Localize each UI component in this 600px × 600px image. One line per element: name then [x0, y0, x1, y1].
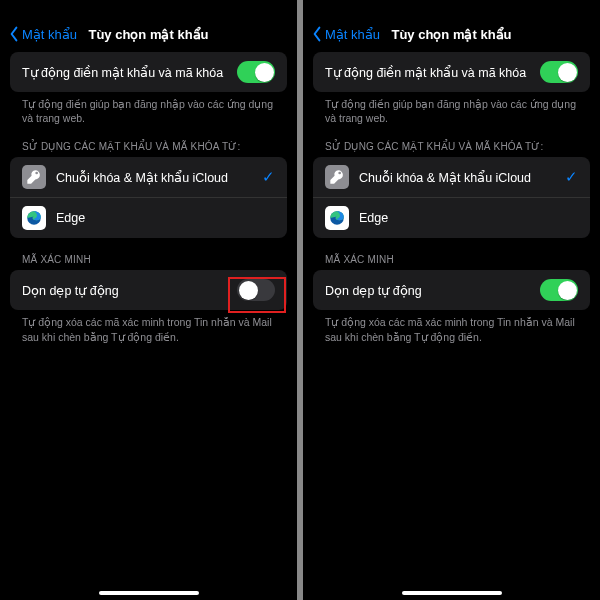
autofill-footer: Tự động điền giúp bạn đăng nhập vào các … [10, 92, 287, 125]
autofill-toggle-row[interactable]: Tự động điền mật khẩu và mã khóa [10, 52, 287, 92]
chevron-left-icon [311, 26, 323, 42]
back-button[interactable]: Mật khẩu [8, 26, 77, 42]
cleanup-label: Dọn dẹp tự động [325, 283, 422, 298]
source-edge-row[interactable]: Edge [10, 197, 287, 238]
content-area: Tự động điền mật khẩu và mã khóa Tự động… [0, 52, 297, 344]
cleanup-toggle[interactable] [540, 279, 578, 301]
sources-header: SỬ DỤNG CÁC MẬT KHẨU VÀ MÃ KHÓA TỪ: [10, 125, 287, 157]
cleanup-toggle-row[interactable]: Dọn dẹp tự động [313, 270, 590, 310]
autofill-toggle[interactable] [540, 61, 578, 83]
back-label: Mật khẩu [325, 27, 380, 42]
keychain-icon [325, 165, 349, 189]
autofill-label: Tự động điền mật khẩu và mã khóa [22, 65, 223, 80]
verification-header: MÃ XÁC MINH [10, 238, 287, 270]
nav-bar: Mật khẩu Tùy chọn mật khẩu [0, 20, 297, 52]
source-icloud-row[interactable]: Chuỗi khóa & Mật khẩu iCloud ✓ [313, 157, 590, 197]
cleanup-footer: Tự động xóa các mã xác minh trong Tin nh… [10, 310, 287, 343]
back-label: Mật khẩu [22, 27, 77, 42]
cleanup-toggle-row[interactable]: Dọn dẹp tự động [10, 270, 287, 310]
source-edge-row[interactable]: Edge [313, 197, 590, 238]
autofill-toggle[interactable] [237, 61, 275, 83]
phone-right: Mật khẩu Tùy chọn mật khẩu Tự động điền … [303, 0, 600, 600]
nav-bar: Mật khẩu Tùy chọn mật khẩu [303, 20, 600, 52]
sources-group: Chuỗi khóa & Mật khẩu iCloud ✓ Edge [313, 157, 590, 238]
edge-icon [22, 206, 46, 230]
content-area: Tự động điền mật khẩu và mã khóa Tự động… [303, 52, 600, 344]
source-icloud-row[interactable]: Chuỗi khóa & Mật khẩu iCloud ✓ [10, 157, 287, 197]
keychain-icon [22, 165, 46, 189]
verification-header: MÃ XÁC MINH [313, 238, 590, 270]
autofill-label: Tự động điền mật khẩu và mã khóa [325, 65, 526, 80]
home-indicator [402, 591, 502, 595]
cleanup-toggle[interactable] [237, 279, 275, 301]
autofill-footer: Tự động điền giúp bạn đăng nhập vào các … [313, 92, 590, 125]
source-edge-label: Edge [56, 211, 85, 225]
back-button[interactable]: Mật khẩu [311, 26, 380, 42]
cleanup-footer: Tự động xóa các mã xác minh trong Tin nh… [313, 310, 590, 343]
chevron-left-icon [8, 26, 20, 42]
autofill-toggle-row[interactable]: Tự động điền mật khẩu và mã khóa [313, 52, 590, 92]
check-icon: ✓ [262, 168, 275, 186]
status-bar [303, 0, 600, 20]
home-indicator [99, 591, 199, 595]
check-icon: ✓ [565, 168, 578, 186]
source-icloud-label: Chuỗi khóa & Mật khẩu iCloud [359, 170, 531, 185]
status-bar [0, 0, 297, 20]
sources-group: Chuỗi khóa & Mật khẩu iCloud ✓ Edge [10, 157, 287, 238]
source-edge-label: Edge [359, 211, 388, 225]
sources-header: SỬ DỤNG CÁC MẬT KHẨU VÀ MÃ KHÓA TỪ: [313, 125, 590, 157]
phone-left: Mật khẩu Tùy chọn mật khẩu Tự động điền … [0, 0, 297, 600]
cleanup-label: Dọn dẹp tự động [22, 283, 119, 298]
edge-icon [325, 206, 349, 230]
source-icloud-label: Chuỗi khóa & Mật khẩu iCloud [56, 170, 228, 185]
